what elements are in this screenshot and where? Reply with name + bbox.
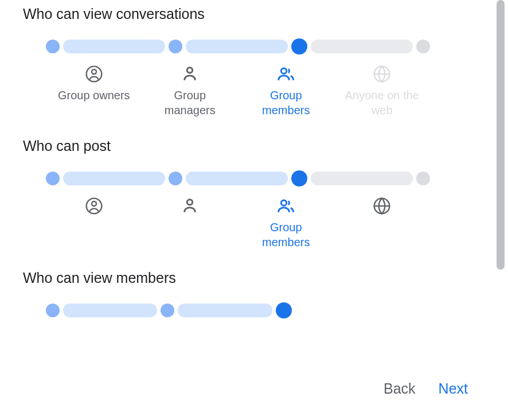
slider-stop-anyone[interactable]: [416, 40, 430, 53]
slider-stop-members[interactable]: [291, 170, 307, 186]
option-group-members[interactable]: Group members: [238, 65, 334, 118]
svg-point-2: [187, 68, 193, 73]
slider-stop-managers[interactable]: [169, 40, 182, 53]
slider-view-members[interactable]: [23, 304, 476, 317]
slider-stop-owners[interactable]: [46, 172, 60, 185]
slider-view-conversations[interactable]: Group owners Group managers: [23, 40, 476, 118]
footer: Back Next: [384, 380, 468, 397]
section-view-conversations: Who can view conversations: [23, 6, 476, 118]
section-view-members: Who can view members: [23, 270, 476, 317]
group-icon: [277, 197, 295, 215]
person-icon: [181, 197, 199, 215]
slider-stop-managers[interactable]: [169, 172, 182, 185]
option-anyone-web[interactable]: [334, 197, 431, 250]
option-label: Group members: [249, 88, 323, 118]
option-label: Group managers: [153, 88, 227, 118]
section-title-view-conversations: Who can view conversations: [23, 6, 476, 22]
account-circle-icon: [85, 65, 103, 83]
svg-point-9: [281, 200, 286, 205]
svg-point-8: [187, 200, 193, 205]
slider-stop-managers[interactable]: [161, 304, 174, 317]
slider-stop-anyone[interactable]: [416, 172, 430, 185]
slider-who-can-post[interactable]: Group members: [23, 172, 476, 250]
person-icon: [181, 65, 199, 83]
back-button[interactable]: Back: [384, 380, 416, 397]
option-group-members[interactable]: Group members: [238, 197, 334, 250]
option-label: Anyone on the web: [345, 88, 419, 118]
section-title-post: Who can post: [23, 138, 476, 154]
section-title-view-members: Who can view members: [23, 270, 476, 286]
slider-stop-members[interactable]: [276, 302, 292, 318]
option-group-managers[interactable]: Group managers: [142, 65, 239, 118]
next-button[interactable]: Next: [439, 380, 468, 397]
slider-stop-owners[interactable]: [46, 304, 60, 317]
account-circle-icon: [85, 197, 103, 215]
option-label: Group members: [249, 220, 323, 250]
section-who-can-post: Who can post: [23, 138, 476, 250]
option-group-owners[interactable]: [46, 197, 142, 250]
group-icon: [277, 65, 295, 83]
slider-stop-owners[interactable]: [46, 40, 60, 53]
globe-icon: [373, 197, 391, 215]
option-label: Group owners: [58, 88, 130, 103]
globe-icon: [373, 65, 391, 83]
option-group-managers[interactable]: [142, 197, 239, 250]
svg-point-1: [92, 69, 96, 74]
option-group-owners[interactable]: Group owners: [46, 65, 142, 118]
slider-stop-members[interactable]: [291, 38, 307, 55]
option-anyone-web: Anyone on the web: [334, 65, 431, 118]
svg-point-3: [281, 68, 286, 73]
svg-point-7: [92, 201, 96, 206]
scrollbar[interactable]: [497, 0, 505, 270]
